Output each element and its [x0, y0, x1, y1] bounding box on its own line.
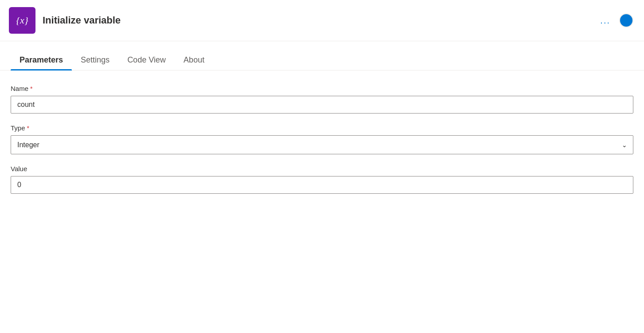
header-left: {x} Initialize variable	[9, 7, 121, 34]
name-field-label: Name *	[11, 85, 633, 92]
tab-content-parameters: Name * Type * Array Boolean Float Intege…	[0, 71, 644, 215]
type-select[interactable]: Array Boolean Float Integer Object Strin…	[11, 135, 633, 154]
value-field-label: Value	[11, 165, 633, 172]
value-input[interactable]	[11, 176, 633, 194]
tab-parameters[interactable]: Parameters	[11, 50, 72, 70]
header: {x} Initialize variable ...	[0, 0, 644, 41]
field-group-value: Value	[11, 165, 633, 194]
header-right: ...	[597, 13, 633, 27]
tab-about[interactable]: About	[175, 50, 213, 70]
type-select-wrapper: Array Boolean Float Integer Object Strin…	[11, 135, 633, 154]
type-field-label: Type *	[11, 124, 633, 132]
more-options-button[interactable]: ...	[597, 14, 614, 27]
field-group-type: Type * Array Boolean Float Integer Objec…	[11, 124, 633, 154]
tab-code-view[interactable]: Code View	[118, 50, 175, 70]
field-group-name: Name *	[11, 85, 633, 114]
avatar	[619, 13, 633, 27]
type-required-indicator: *	[27, 125, 29, 132]
action-icon: {x}	[9, 7, 35, 34]
tab-settings[interactable]: Settings	[72, 50, 118, 70]
name-required-indicator: *	[30, 85, 32, 92]
page-title: Initialize variable	[43, 15, 121, 26]
tabs-bar: Parameters Settings Code View About	[0, 41, 644, 71]
name-input[interactable]	[11, 96, 633, 114]
